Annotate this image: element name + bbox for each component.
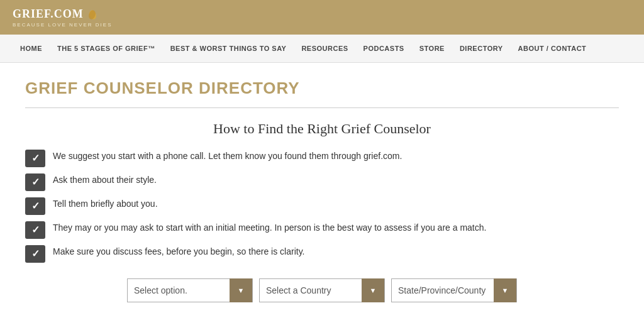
select-country-dropdown[interactable]: Select a Country [259, 278, 385, 302]
checklist-item-3: Tell them briefly about you. [53, 197, 158, 211]
list-item: Tell them briefly about you. [25, 197, 619, 215]
select-state-arrow[interactable] [494, 278, 516, 302]
select-option-input[interactable]: Select option. [128, 285, 230, 295]
select-country-input[interactable]: Select a Country [260, 285, 362, 295]
list-item: They may or you may ask to start with an… [25, 221, 619, 239]
check-icon-2 [25, 173, 45, 191]
checklist-item-5: Make sure you discuss fees, before you b… [53, 245, 305, 258]
select-option-dropdown[interactable]: Select option. [127, 278, 253, 302]
checklist: We suggest you start with a phone call. … [25, 150, 619, 263]
checklist-item-1: We suggest you start with a phone call. … [53, 150, 402, 163]
logo[interactable]: Grief.com Because Love Never Dies [13, 8, 112, 28]
site-header: Grief.com Because Love Never Dies [0, 0, 644, 35]
list-item: Make sure you discuss fees, before you b… [25, 245, 619, 263]
nav-resources[interactable]: RESOURCES [294, 35, 355, 62]
list-item: Ask them about their style. [25, 173, 619, 191]
list-item: We suggest you start with a phone call. … [25, 150, 619, 167]
nav-store[interactable]: STORE [412, 35, 452, 62]
section-title: How to Find the Right Grief Counselor [25, 121, 619, 137]
title-divider [25, 107, 619, 108]
checklist-item-2: Ask them about their style. [53, 173, 157, 187]
page-title: GRIEF COUNSELOR DIRECTORY [25, 79, 619, 98]
checklist-item-4: They may or you may ask to start with an… [53, 221, 486, 234]
check-icon-4 [25, 221, 45, 239]
nav-home[interactable]: HOME [13, 35, 50, 62]
nav-bestworst[interactable]: BEST & WORST THINGS TO SAY [163, 35, 294, 62]
select-country-arrow[interactable] [362, 278, 384, 302]
select-option-arrow[interactable] [230, 278, 252, 302]
nav-about[interactable]: ABOUT / CONTACT [511, 35, 594, 62]
logo-icon [86, 8, 99, 20]
logo-text: Grief.com [13, 8, 84, 21]
main-content: GRIEF COUNSELOR DIRECTORY How to Find th… [0, 63, 644, 315]
logo-subtitle: Because Love Never Dies [13, 22, 112, 28]
check-icon-5 [25, 245, 45, 263]
select-state-dropdown[interactable]: State/Province/County [391, 278, 517, 302]
nav-5stages[interactable]: THE 5 STAGES OF GRIEF™ [50, 35, 163, 62]
check-icon-1 [25, 150, 45, 167]
main-nav: HOME THE 5 STAGES OF GRIEF™ BEST & WORST… [0, 35, 644, 63]
select-state-input[interactable]: State/Province/County [392, 285, 494, 295]
check-icon-3 [25, 197, 45, 215]
nav-directory[interactable]: DIRECTORY [452, 35, 511, 62]
dropdowns-row: Select option. Select a Country State/Pr… [25, 278, 619, 302]
nav-podcasts[interactable]: PODCASTS [356, 35, 412, 62]
